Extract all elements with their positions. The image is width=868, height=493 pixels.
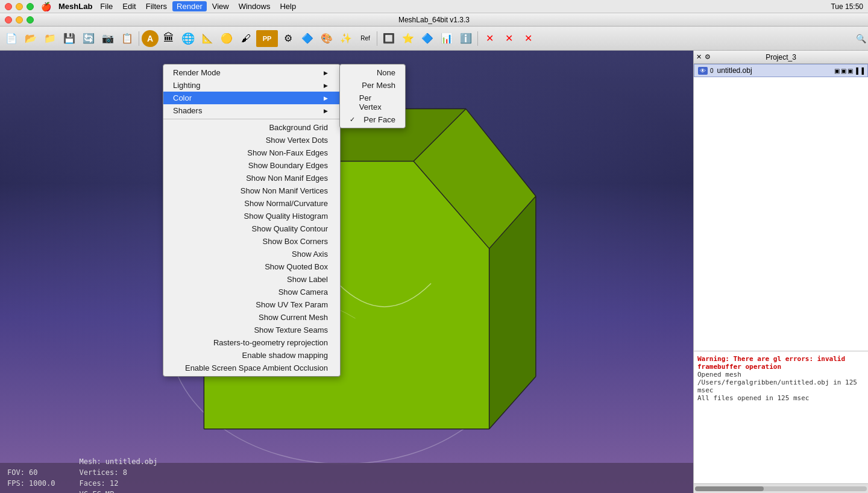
window-traffic-lights xyxy=(5,16,34,24)
apple-menu[interactable]: 🍎 xyxy=(41,2,51,11)
win-maximize[interactable] xyxy=(27,16,34,24)
menu-shadow-mapping[interactable]: Enable shadow mapping xyxy=(163,349,340,362)
btn5[interactable]: 🟡 xyxy=(218,30,236,48)
btn9[interactable]: 🔷 xyxy=(298,30,316,48)
render-mode-btn[interactable]: A xyxy=(142,30,159,47)
layer-index: 0 xyxy=(710,68,714,74)
menu-edit[interactable]: Edit xyxy=(118,1,140,11)
layer-btn2[interactable]: ▣ xyxy=(841,68,846,74)
save-btn[interactable]: 💾 xyxy=(60,30,78,48)
layer-controls: ▣ ▣ ▣ ▐ ▐ xyxy=(834,68,864,74)
layer-btn1[interactable]: ▣ xyxy=(834,68,840,74)
menu-show-boundary[interactable]: Show Boundary Edges xyxy=(163,159,340,172)
sep2 xyxy=(377,31,377,46)
btn6[interactable]: 🖌 xyxy=(237,30,255,48)
menu-render[interactable]: Render xyxy=(172,1,207,11)
btn11[interactable]: ✨ xyxy=(337,30,355,48)
search-icon[interactable]: 🔍 xyxy=(856,34,866,43)
render-menu[interactable]: Render Mode Lighting Color Shaders Backg… xyxy=(163,64,341,377)
delete3-btn[interactable]: ✕ xyxy=(519,30,537,48)
project-close-icon[interactable]: ✕ xyxy=(696,53,702,61)
menu-show-quoted-box[interactable]: Show Quoted Box xyxy=(163,260,340,273)
open2-btn[interactable]: 📁 xyxy=(41,30,59,48)
menu-show-current-mesh[interactable]: Show Current Mesh xyxy=(163,311,340,324)
screenshot-btn[interactable]: 📷 xyxy=(99,30,117,48)
menu-filters[interactable]: Filters xyxy=(142,1,171,11)
menu-windows[interactable]: Windows xyxy=(234,1,275,11)
toolbar: 📄 📂 📁 💾 🔄 📷 📋 A 🏛 🌐 📐 🟡 🖌 PP ⚙ 🔷 🎨 ✨ Ref… xyxy=(0,27,868,51)
system-title-bar: 🍎 MeshLab File Edit Filters Render View … xyxy=(0,0,868,13)
project-settings-icon[interactable]: ⚙ xyxy=(705,53,711,61)
reload-btn[interactable]: 🔄 xyxy=(80,30,98,48)
clock: Tue 15:50 xyxy=(831,2,863,11)
sep3 xyxy=(477,31,478,46)
menu-show-box-corners[interactable]: Show Box Corners xyxy=(163,235,340,248)
btn13[interactable]: ⭐ xyxy=(399,30,417,48)
layer-row[interactable]: 👁 0 untitled.obj ▣ ▣ ▣ ▐ ▐ xyxy=(694,64,868,77)
btn2[interactable]: 🏛 xyxy=(160,30,178,48)
menu-help[interactable]: Help xyxy=(275,1,300,11)
bottom-scrollbar[interactable] xyxy=(694,483,868,493)
menu-show-label[interactable]: Show Label xyxy=(163,273,340,286)
scrollbar-thumb[interactable] xyxy=(695,486,764,491)
viewport[interactable]: FOV: 60 FPS: 1000.0 Mesh: untitled.obj V… xyxy=(0,51,693,493)
btn8[interactable]: ⚙ xyxy=(279,30,297,48)
menu-file[interactable]: File xyxy=(96,1,117,11)
win-close[interactable] xyxy=(5,16,12,24)
log-line4: All files opened in 125 msec xyxy=(697,394,864,402)
btn10[interactable]: 🎨 xyxy=(318,30,336,48)
layer-btn3[interactable]: ▣ xyxy=(848,68,853,74)
minimize-button[interactable] xyxy=(16,3,23,10)
scrollbar-track[interactable] xyxy=(695,486,867,491)
menu-show-non-manif-edges[interactable]: Show Non Manif Edges xyxy=(163,172,340,184)
close-button[interactable] xyxy=(5,3,12,10)
app-name: MeshLab xyxy=(58,2,92,11)
color-per-mesh[interactable]: Per Mesh xyxy=(340,79,405,92)
delete-btn[interactable]: ✕ xyxy=(480,30,498,48)
reference-btn[interactable]: Ref xyxy=(356,30,374,48)
btn12[interactable]: 🔲 xyxy=(380,30,398,48)
menu-background-grid[interactable]: Background Grid xyxy=(163,121,340,134)
menu-show-quality-contour[interactable]: Show Quality Contour xyxy=(163,222,340,235)
menu-show-non-manif-vert[interactable]: Show Non Manif Vertices xyxy=(163,184,340,197)
color-submenu[interactable]: None Per Mesh Per Vertex ✓ Per Face xyxy=(339,64,406,128)
sep1 xyxy=(139,31,139,46)
menu-shaders[interactable]: Shaders xyxy=(163,104,340,117)
layer-btn4[interactable]: ▐ xyxy=(854,68,858,74)
right-panel-title-bar: ✕ ⚙ Project_3 xyxy=(694,51,868,64)
delete2-btn[interactable]: ✕ xyxy=(500,30,518,48)
menu-show-axis[interactable]: Show Axis xyxy=(163,248,340,260)
main-layout: FOV: 60 FPS: 1000.0 Mesh: untitled.obj V… xyxy=(0,51,868,493)
layer-btn5[interactable]: ▐ xyxy=(860,68,864,74)
menu-show-normal[interactable]: Show Normal/Curvature xyxy=(163,197,340,210)
menu-show-uv[interactable]: Show UV Tex Param xyxy=(163,298,340,311)
layer-visibility-icon[interactable]: 👁 xyxy=(698,67,708,75)
new-btn[interactable]: 📄 xyxy=(2,30,20,48)
menu-show-camera[interactable]: Show Camera xyxy=(163,286,340,298)
menu-show-texture-seams[interactable]: Show Texture Seams xyxy=(163,324,340,336)
info-btn[interactable]: ℹ️ xyxy=(457,30,475,48)
menu-view[interactable]: View xyxy=(208,1,233,11)
menu-rasters[interactable]: Rasters-to-geometry reprojection xyxy=(163,336,340,349)
menu-render-mode[interactable]: Render Mode xyxy=(163,66,340,79)
color-per-vertex[interactable]: Per Vertex xyxy=(340,92,405,113)
menu-show-quality-histogram[interactable]: Show Quality Histogram xyxy=(163,210,340,222)
btn4[interactable]: 📐 xyxy=(198,30,216,48)
search-area: 🔍 xyxy=(856,34,866,43)
title-bar-right: Tue 15:50 xyxy=(831,2,863,11)
btn14[interactable]: 🔷 xyxy=(418,30,436,48)
pp-btn[interactable]: PP xyxy=(256,30,278,47)
btn3[interactable]: 🌐 xyxy=(179,30,197,48)
maximize-button[interactable] xyxy=(27,3,34,10)
win-minimize[interactable] xyxy=(16,16,23,24)
menu-show-vertex-dots[interactable]: Show Vertex Dots xyxy=(163,134,340,146)
color-none[interactable]: None xyxy=(340,66,405,79)
menu-lighting[interactable]: Lighting xyxy=(163,79,340,92)
open-btn[interactable]: 📂 xyxy=(22,30,40,48)
btn15[interactable]: 📊 xyxy=(438,30,456,48)
layers-btn[interactable]: 📋 xyxy=(118,30,136,48)
menu-ssao[interactable]: Enable Screen Space Ambient Occlusion xyxy=(163,362,340,374)
menu-show-non-faux[interactable]: Show Non-Faux Edges xyxy=(163,146,340,159)
color-per-face[interactable]: ✓ Per Face xyxy=(340,113,405,126)
menu-color[interactable]: Color xyxy=(163,92,340,104)
